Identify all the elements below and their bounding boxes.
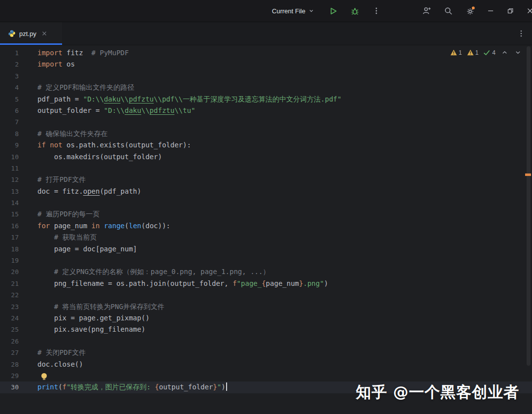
python-icon	[8, 30, 16, 37]
warning-count: 1	[459, 49, 462, 56]
settings-button[interactable]	[463, 3, 477, 18]
warning-stripe-mark[interactable]	[525, 173, 531, 176]
minimize-button[interactable]	[481, 0, 500, 22]
line-number[interactable]: 17	[0, 232, 19, 243]
code-line[interactable]: 19	[0, 255, 532, 266]
code-line[interactable]: 13doc = fitz.open(pdf_path)	[0, 186, 532, 197]
code-line[interactable]: 7	[0, 116, 532, 128]
line-number[interactable]: 20	[0, 266, 19, 277]
line-number[interactable]: 9	[0, 139, 19, 151]
code-line[interactable]: 15# 遍历PDF的每一页	[0, 208, 532, 220]
code-token: \\	[121, 95, 129, 103]
line-number[interactable]: 26	[0, 336, 19, 347]
code-token: .png"	[303, 279, 324, 287]
line-number[interactable]: 5	[0, 94, 19, 105]
chevron-up-icon	[501, 49, 508, 56]
code-line[interactable]: 16for page_num in range(len(doc)):	[0, 220, 532, 232]
run-configuration-selector[interactable]: Current File	[269, 5, 317, 17]
maximize-button[interactable]	[500, 0, 520, 22]
code-token: \\tu"	[174, 106, 195, 114]
line-number[interactable]: 4	[0, 82, 19, 93]
line-number[interactable]: 11	[0, 163, 19, 174]
line-number[interactable]: 21	[0, 278, 19, 289]
search-icon	[444, 6, 453, 15]
code-line[interactable]: 8# 确保输出文件夹存在	[0, 128, 532, 139]
code-line[interactable]: 17 # 获取当前页	[0, 232, 532, 243]
code-line-text: doc.close()	[19, 359, 83, 370]
inspection-ok[interactable]: 4	[483, 49, 496, 56]
code-editor: 1import fitz # PyMuPDF2import os34# 定义PD…	[0, 45, 532, 414]
tab-pzt-py[interactable]: pzt.py	[0, 22, 62, 45]
code-token	[100, 222, 103, 230]
code-line[interactable]: 9if not os.path.exists(output_folder):	[0, 139, 532, 151]
intention-bulb-icon[interactable]	[41, 373, 47, 379]
line-number[interactable]: 12	[0, 174, 19, 185]
code-line[interactable]: 24 pix = page.get_pixmap()	[0, 312, 532, 324]
code-line-text: # 定义PDF和输出文件夹的路径	[19, 82, 134, 93]
run-button[interactable]	[326, 3, 340, 18]
code-line[interactable]: 18 page = doc[page_num]	[0, 243, 532, 255]
line-number[interactable]: 30	[0, 381, 19, 393]
line-number[interactable]: 28	[0, 359, 19, 370]
code-line-text: pix.save(png_filename)	[19, 324, 145, 335]
line-number[interactable]: 3	[0, 70, 19, 82]
code-line-text: import fitz # PyMuPDF	[19, 47, 129, 59]
line-number[interactable]: 27	[0, 347, 19, 358]
minimize-icon	[487, 7, 494, 14]
code-line[interactable]: 2import os	[0, 59, 532, 70]
code-line[interactable]: 28doc.close()	[0, 359, 532, 370]
line-number[interactable]: 22	[0, 289, 19, 301]
code-line-text: doc = fitz.open(pdf_path)	[19, 186, 141, 197]
chevron-down-icon	[308, 8, 314, 14]
line-number[interactable]: 16	[0, 220, 19, 232]
inspection-weak-warnings[interactable]: 1	[467, 49, 479, 56]
line-number[interactable]: 18	[0, 243, 19, 255]
line-number[interactable]: 7	[0, 116, 19, 128]
code-line[interactable]: 20 # 定义PNG文件的名称（例如：page_0.png, page_1.pn…	[0, 266, 532, 277]
code-with-me-button[interactable]	[419, 3, 434, 18]
code-line[interactable]: 11	[0, 163, 532, 174]
vertical-scrollbar[interactable]	[527, 46, 531, 366]
inspection-warnings[interactable]: 1	[450, 49, 462, 56]
tab-close-button[interactable]	[41, 30, 48, 37]
code-line[interactable]: 6output_folder = "D:\\daku\\pdfztu\\tu"	[0, 105, 532, 116]
line-number[interactable]: 1	[0, 47, 19, 59]
line-number[interactable]: 10	[0, 151, 19, 163]
line-number[interactable]: 15	[0, 208, 19, 220]
code-line[interactable]: 12# 打开PDF文件	[0, 174, 532, 185]
code-line[interactable]: 26	[0, 336, 532, 347]
more-actions-button[interactable]	[369, 3, 384, 18]
search-everywhere-button[interactable]	[441, 3, 456, 18]
code-line-text: # 遍历PDF的每一页	[19, 208, 100, 220]
code-line[interactable]: 27# 关闭PDF文件	[0, 347, 532, 358]
code-line[interactable]: 5pdf_path = "D:\\daku\\pdfztu\\pdf\\一种基于…	[0, 94, 532, 105]
close-button[interactable]	[520, 0, 532, 22]
code-line-text: page = doc[page_num]	[19, 243, 137, 255]
code-line[interactable]: 23 # 将当前页转换为PNG并保存到文件	[0, 301, 532, 312]
code-line[interactable]: 3	[0, 70, 532, 82]
code-line[interactable]: 29	[0, 370, 532, 381]
line-number[interactable]: 23	[0, 301, 19, 312]
code-line[interactable]: 21 png_filename = os.path.join(output_fo…	[0, 278, 532, 289]
line-number[interactable]: 19	[0, 255, 19, 266]
line-number[interactable]: 8	[0, 128, 19, 139]
line-number[interactable]: 2	[0, 59, 19, 70]
next-problem-button[interactable]	[514, 48, 522, 57]
scrollbar-thumb[interactable]	[527, 46, 531, 366]
code-line[interactable]: 10 os.makedirs(output_folder)	[0, 151, 532, 163]
code-line[interactable]: 4# 定义PDF和输出文件夹的路径	[0, 82, 532, 93]
code-token: pix = page.get_pixmap()	[37, 314, 150, 322]
prev-problem-button[interactable]	[500, 48, 509, 57]
tab-options-button[interactable]	[514, 26, 529, 41]
line-number[interactable]: 24	[0, 312, 19, 324]
code-line[interactable]: 25 pix.save(png_filename)	[0, 324, 532, 335]
debug-button[interactable]	[347, 3, 362, 18]
line-number[interactable]: 14	[0, 197, 19, 208]
line-number[interactable]: 6	[0, 105, 19, 116]
code-line[interactable]: 14	[0, 197, 532, 208]
line-number[interactable]: 25	[0, 324, 19, 335]
code-line[interactable]: 22	[0, 289, 532, 301]
line-number[interactable]: 29	[0, 370, 19, 381]
code-token: \\	[141, 106, 150, 114]
line-number[interactable]: 13	[0, 186, 19, 197]
